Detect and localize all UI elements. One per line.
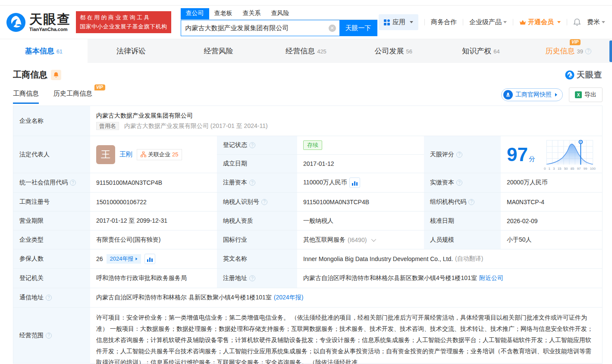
menu-separator [424, 19, 425, 25]
apps-menu[interactable]: 应用 [379, 14, 418, 30]
credit-code-label: 统一社会信用代码? [13, 173, 90, 193]
logo-title: 天眼查 [29, 13, 71, 26]
open-vip-menu[interactable]: 开通会员 [519, 18, 561, 26]
official-snapshot-button[interactable]: 工商官网快照 [501, 88, 563, 101]
help-icon[interactable]: ? [46, 295, 52, 301]
help-icon[interactable]: ? [70, 180, 76, 186]
search-bar: ✕ 天眼一下 [181, 20, 377, 36]
reg-status-cell: 存续 [297, 136, 424, 155]
header: 天眼查 TianYanCha.com 都在用的商业查询工具 国家中小企业发展子基… [0, 6, 612, 39]
legal-rep-label: 法定代表人 [13, 136, 90, 173]
menu-separator [567, 19, 567, 25]
username: 费米 [587, 18, 600, 26]
legal-rep-avatar[interactable]: 王 [96, 145, 115, 164]
approval-date-value: 2026-02-09 [501, 212, 602, 230]
taxpayer-quality-value: 一般纳税人 [297, 212, 424, 230]
help-icon[interactable]: ? [468, 199, 474, 205]
vip-badge: VIP [570, 39, 581, 45]
help-icon[interactable]: ? [456, 180, 462, 186]
annual-report-link[interactable]: (2024年报) [274, 294, 303, 302]
comm-address-cell: 内蒙古自治区呼和浩特市和林格尔 县新区数聚小镇4号楼1楼101室 (2024年报… [90, 288, 602, 308]
reg-number-value: 150100000106722 [90, 193, 217, 212]
subtab-business-info[interactable]: 工商信息 [13, 90, 39, 104]
help-icon[interactable]: ? [456, 152, 462, 158]
help-icon[interactable]: ? [249, 142, 255, 148]
tab-history-info[interactable]: 历史信息 VIP 39 ? [524, 39, 612, 63]
search-tab-relation[interactable]: 查关系 [238, 8, 266, 19]
tab-company-development[interactable]: 公司发展 56 [350, 39, 437, 63]
company-type-label: 企业类型 [13, 230, 90, 249]
score-value: 97 [507, 144, 528, 165]
tab-operation-info[interactable]: 经营信息 425 [262, 39, 350, 63]
english-name-value: Inner Mongolia Big Data Industry Develop… [303, 255, 453, 262]
tianyancha-logo[interactable]: 天眼查 TianYanCha.com [6, 12, 71, 32]
english-name-cell: Inner Mongolia Big Data Industry Develop… [297, 249, 602, 269]
user-menu[interactable]: 费米 [587, 18, 605, 26]
capital-chart-icon[interactable] [349, 177, 360, 188]
reg-authority-value: 呼和浩特市行政审批和政务服务局 [90, 269, 217, 288]
english-name-label: 英文名称 [217, 249, 297, 269]
menu-separator [463, 19, 463, 25]
chevron-down-icon[interactable] [371, 236, 376, 241]
search-tab-company[interactable]: 查公司 [181, 8, 209, 19]
tab-intellectual-property[interactable]: 知识产权 64 [437, 39, 525, 63]
notification-bell-icon[interactable] [573, 18, 581, 26]
apps-label: 应用 [392, 18, 405, 26]
business-term-label: 营业期限 [13, 212, 90, 230]
menu-separator [513, 19, 513, 25]
subtab-history-business-info[interactable]: 历史工商信息 VIP [53, 90, 92, 104]
help-icon[interactable]: ? [261, 199, 267, 205]
help-icon[interactable]: ? [249, 180, 255, 186]
company-nav-tabs: 基本信息 61 法律诉讼 经营风险 经营信息 425 公司发展 56 知识产权 … [0, 39, 612, 63]
section-header: 工商信息 天眼查 [0, 63, 612, 81]
search-tab-risk[interactable]: 查风险 [266, 8, 295, 19]
vip-badge: VIP [94, 84, 105, 90]
vip-label: 开通会员 [528, 18, 554, 26]
help-icon[interactable]: ? [249, 275, 255, 281]
comm-address-label: 通信地址? [13, 288, 90, 308]
side-float-handle[interactable] [609, 40, 612, 62]
taxpayer-id-label: 纳税人识别号? [217, 193, 297, 212]
score-distribution-chart[interactable]: 0131550859799100 [543, 139, 596, 171]
reg-capital-label: 注册资本? [217, 173, 297, 193]
tab-count: 64 [493, 48, 499, 55]
credit-code-value: 91150100MA0N3TCP4B [90, 173, 217, 193]
nearby-companies-link[interactable]: 附近公司 [479, 274, 503, 282]
search-button[interactable]: 天眼一下 [339, 20, 377, 36]
excel-icon: X [575, 91, 582, 98]
approval-date-label: 核准日期 [424, 212, 501, 230]
help-icon[interactable]: ? [46, 333, 52, 339]
menu-cooperation[interactable]: 商务合作 [431, 18, 457, 26]
company-name-cell: 内蒙古大数据产业发展集团有限公司 曾用名 内蒙古大数据产业发展有限公司 (201… [90, 106, 602, 136]
search-input[interactable] [185, 25, 329, 32]
tab-count: 56 [406, 48, 412, 55]
help-icon[interactable]: ? [585, 48, 591, 54]
menu-enterprise-products[interactable]: 企业级产品 [469, 18, 507, 26]
insured-value: 26 [96, 255, 103, 262]
tab-operation-risk[interactable]: 经营风险 [175, 39, 262, 63]
search-area: 查公司 查老板 查关系 查风险 ✕ 天眼一下 [181, 8, 377, 36]
export-button[interactable]: X 导出 [569, 87, 603, 102]
logo-swirl-icon [6, 12, 26, 32]
watermark-swirl-icon [565, 70, 574, 80]
org-code-label: 组织机构代码? [424, 193, 501, 212]
annual-report-badge[interactable]: 2024年报 [107, 254, 141, 264]
insured-chart-icon[interactable] [144, 254, 155, 264]
industry-label: 国标行业 [217, 230, 297, 249]
monitor-bell-icon[interactable] [51, 70, 61, 80]
score-label: 天眼评分? [424, 136, 501, 173]
logo-subtitle: TianYanCha.com [29, 27, 71, 32]
org-chart-icon [141, 152, 146, 157]
tab-basic-info[interactable]: 基本信息 61 [0, 39, 88, 63]
related-companies-badge[interactable]: 关联企业 25 [137, 149, 182, 160]
clear-search-icon[interactable]: ✕ [329, 25, 336, 32]
auto-translate-note: (自动翻译) [455, 255, 483, 263]
search-tab-boss[interactable]: 查老板 [209, 8, 238, 19]
business-scope-label: 经营范围? [13, 308, 90, 364]
industry-cell[interactable]: 其他互联网服务 (I6490) [297, 230, 424, 249]
comm-address-value: 内蒙古自治区呼和浩特市和林格尔 县新区数聚小镇4号楼1楼101室 [96, 294, 272, 302]
legal-rep-name-link[interactable]: 王刚 [119, 150, 132, 159]
insured-cell: 26 2024年报 [90, 249, 217, 269]
search-tabs: 查公司 查老板 查关系 查风险 [181, 8, 377, 20]
tab-legal-proceedings[interactable]: 法律诉讼 [88, 39, 175, 63]
